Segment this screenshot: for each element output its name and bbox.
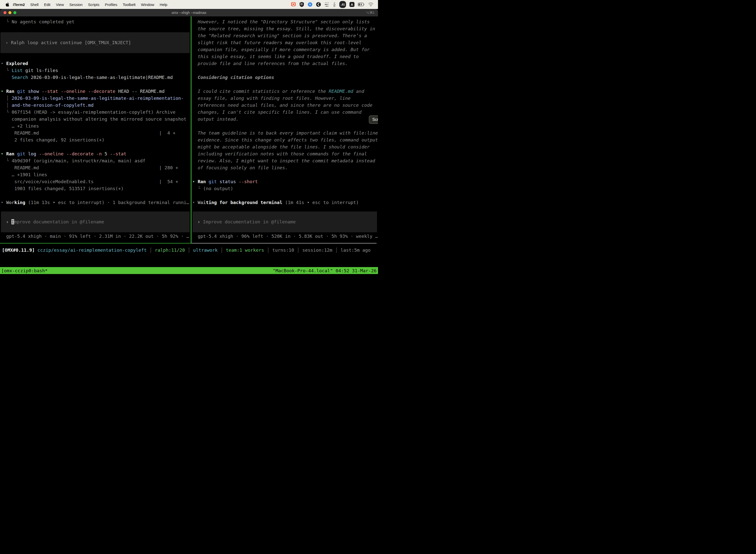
terminal-line [191,192,378,199]
terminal-line: 2 files changed, 92 insertions(+) [0,136,191,144]
right-agent-pane[interactable]: However, I noticed the "Directory Struct… [191,16,378,243]
hook-icon[interactable] [333,2,336,7]
left-agent-pane[interactable]: └ No agents completed yet› Ralph loop ac… [0,16,191,243]
terminal-line: essay file, along with finding root file… [191,95,378,102]
pane-border-bottom-right [191,243,377,243]
window-title: omx --xhigh --madmax [0,11,378,15]
terminal-line: │ 2026-03-09-is-legal-the-same-as-legiti… [0,95,191,102]
terminal-line: gpt-5.4 xhigh · main · 91% left · 2.31M … [0,233,191,240]
terminal-line: • Ran git status --short [191,178,378,185]
window-shortcut-hint: ⌥⌘1 [366,11,375,14]
battery-icon[interactable] [358,2,365,7]
terminal-line: [OMX#0.11.9] cczip/essay/ai-reimplementa… [1,247,378,254]
terminal-line: … +2 lines [0,123,191,129]
left-pane-transcript: └ No agents completed yet› Ralph loop ac… [0,18,191,206]
terminal-line: └ 4b9d30f (origin/main, instructkr/main,… [0,157,191,164]
terminal-line: However, I noticed the "Directory Struct… [191,18,378,25]
kaleidoscope-icon[interactable] [316,2,321,7]
terminal-line: │ and-the-erosion-of-copyleft.md [0,102,191,109]
terminal-line: companion analysis without altering the … [0,116,191,123]
terminal-line: Search 2026-03-09-is-legal-the-same-as-l… [0,74,191,81]
terminal-line: companion file, especially if more comme… [191,46,378,53]
terminal-line: The team guideline is to back every impo… [191,129,378,136]
terminal-line: src/voice/voiceModeEnabled.ts | 54 + [0,178,191,185]
terminal-line: changes, I can't cite specific file line… [191,109,378,116]
terminal-line [0,53,191,60]
menu-item-scripts[interactable]: Scripts [85,2,102,7]
terminal-line: output instead. [191,116,378,123]
terminal-line [0,46,190,53]
terminal-line: › Improve documentation in @filename [6,218,104,225]
terminal-line: └ No agents completed yet [0,18,191,25]
terminal-line: › Improve documentation in @filename [197,218,296,225]
terminal-line: • Ran git show --stat --oneline --decora… [0,88,191,95]
terminal-line: › Ralph loop active continue [OMX_TMUX_I… [0,39,190,46]
iterm2-window: omx --xhigh --madmax ⌥⌘1 └ No agents com… [0,9,378,277]
terminal-line: references need actual files, and since … [191,102,378,109]
terminal-line: slight risk that future readers may over… [191,39,378,46]
menu-item-app[interactable]: iTerm2 [10,2,27,7]
menu-item-window[interactable]: Window [138,2,157,7]
terminal-line: gpt-5.4 xhigh · 96% left · 520K in · 5.8… [191,233,378,240]
window-title-bar[interactable]: omx --xhigh --madmax ⌥⌘1 [0,9,378,16]
pane-divider[interactable] [191,16,191,243]
terminal-line: the source tree, missing the essay. Stil… [191,25,378,32]
terminal-line: 1903 files changed, 513517 insertions(+) [0,185,191,192]
input-source-icon[interactable]: A [350,2,355,7]
left-prompt-input[interactable]: › Improve documentation in @filename [1,212,190,232]
menu-item-profiles[interactable]: Profiles [102,2,120,7]
apple-menu-icon[interactable] [5,2,9,7]
verified-badge-icon[interactable] [308,2,313,7]
menu-items: ShellEditViewSessionScriptsProfilesToolb… [27,2,170,7]
badge-61-icon[interactable]: ..61 [339,1,346,8]
terminal-line: might be acceptable alongside the file l… [191,144,378,151]
terminal-line: evidence. Since this change only affects… [191,136,378,144]
terminal-line [191,81,378,88]
terminal-line [0,144,191,151]
terminal-line: I could cite commit statistics or refere… [191,88,378,95]
tmux-status-bar: [omx-cczip0:bash* "MacBook-Pro-44.local"… [0,267,378,274]
tmux-session-label[interactable]: [omx-cczip0:bash* [0,268,48,273]
pane-border-bottom-left [0,243,191,243]
menu-item-help[interactable]: Help [157,2,170,7]
screen-overlay-button[interactable]: Scre [369,115,378,124]
zoom-button[interactable] [13,11,16,14]
terminal-line: • Waiting for background terminal (1m 41… [191,199,378,206]
terminal-line: … +1901 lines [0,171,191,178]
terminal-line: of focusing solely on file lines. [191,164,378,171]
dots-grid-icon[interactable] [324,2,329,7]
right-pane-status: gpt-5.4 xhigh · 96% left · 520K in · 5.8… [191,233,378,240]
minimize-button[interactable] [8,11,11,14]
terminal-line: └ List git ls-files [0,67,191,74]
terminal-line: README.md | 4 + [0,129,191,136]
terminal-line: review. Also, I might want to inspect th… [191,157,378,164]
menu-item-view[interactable]: View [53,2,66,7]
terminal-line [191,171,378,178]
terminal-line [0,25,191,32]
close-button[interactable] [3,11,6,14]
terminal-line [0,192,191,199]
right-pane-transcript: However, I noticed the "Directory Struct… [191,18,378,206]
menu-item-edit[interactable]: Edit [41,2,53,7]
menu-item-session[interactable]: Session [67,2,85,7]
terminal-line: Considering citation options [191,74,378,81]
wifi-icon[interactable] [368,2,374,7]
menu-item-toolbelt[interactable]: Toolbelt [120,2,138,7]
terminal-line: • Ran git log --oneline --decorate -n 5 … [0,151,191,157]
shield-grid-icon[interactable] [299,2,304,7]
right-prompt-input[interactable]: › Improve documentation in @filename [192,212,377,232]
terminal-line [0,81,191,88]
terminal-line: └ 067f154 (HEAD -> essay/ai-reimplementa… [0,109,191,116]
terminal-line: the "Related research writing" section i… [191,32,378,39]
terminal-line: README.md | 280 + [0,164,191,171]
menu-item-shell[interactable]: Shell [27,2,41,7]
terminal-line: └ (no output) [191,185,378,192]
terminal-line: • Explored [0,60,191,67]
terminal-line [191,67,378,74]
left-pane-status: gpt-5.4 xhigh · main · 91% left · 2.31M … [0,233,191,240]
terminal-line: • Working (11m 13s • esc to interrupt) ·… [0,199,191,206]
terminal-line: this single essay, it seems like a good … [191,53,378,60]
terminal-area: └ No agents completed yet› Ralph loop ac… [0,16,378,277]
chat-icon[interactable] [291,2,296,7]
screen-overlay-label: Scre [372,117,378,122]
